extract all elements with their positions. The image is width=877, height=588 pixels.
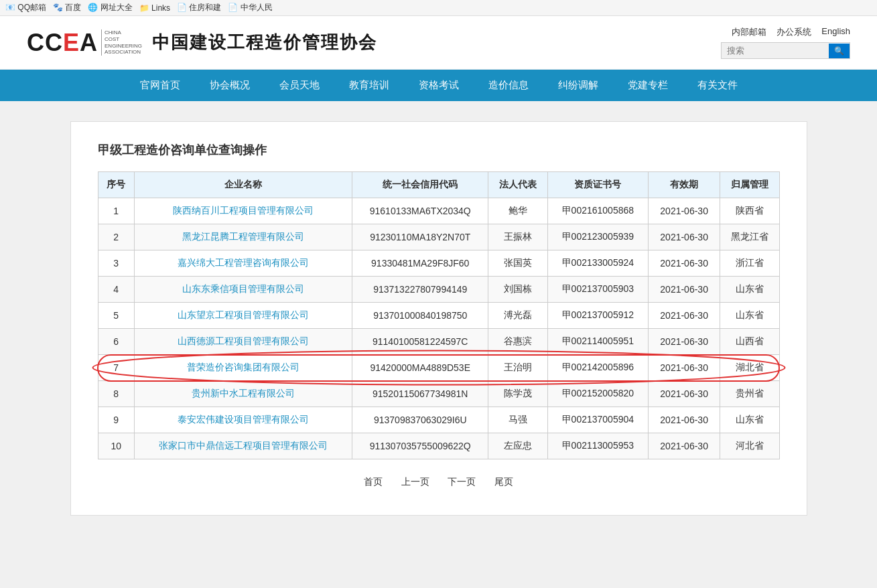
data-cell: 山东省 [720, 277, 779, 303]
data-cell: 鲍华 [488, 198, 547, 224]
company-cell[interactable]: 泰安宏伟建设项目管理有限公司 [134, 407, 352, 433]
company-link[interactable]: 泰安宏伟建设项目管理有限公司 [178, 414, 309, 425]
table-row: 4山东东乘信项目管理有限公司913713227807994149刘国栋甲0021… [98, 277, 779, 303]
data-cell: 山东省 [720, 407, 779, 433]
data-cell: 贵州省 [720, 381, 779, 407]
company-link[interactable]: 张家口市中鼎信远工程项目管理有限公司 [159, 440, 328, 451]
pagination-last[interactable]: 尾页 [494, 476, 513, 487]
nav-item-home[interactable]: 官网首页 [125, 70, 195, 101]
company-cell[interactable]: 普荣造价咨询集团有限公司 [134, 355, 352, 381]
col-credit: 统一社会信用代码 [352, 172, 488, 198]
content-area: 甲级工程造价咨询单位查询操作 序号 企业名称 统一社会信用代码 法人代表 资质证… [70, 121, 807, 516]
table-row: 8贵州新中水工程有限公司91520115067734981N陈学茂甲002152… [98, 381, 779, 407]
bookmark-wangzhi[interactable]: 🌐 网址大全 [88, 2, 132, 13]
data-cell: 913701000840198750 [352, 303, 488, 329]
data-cell: 7 [98, 355, 134, 381]
search-input[interactable] [722, 43, 829, 58]
nav-item-price[interactable]: 造价信息 [474, 70, 543, 101]
company-cell[interactable]: 张家口市中鼎信远工程项目管理有限公司 [134, 433, 352, 459]
data-cell: 9 [98, 407, 134, 433]
site-header: CCEA CHINA COST ENGINEERING ASSOCIATION … [0, 16, 877, 70]
company-cell[interactable]: 嘉兴绵大工程管理咨询有限公司 [134, 250, 352, 277]
data-cell: 2021-06-30 [649, 433, 720, 459]
company-link[interactable]: 黑龙江昆腾工程管理有限公司 [182, 231, 304, 242]
table-row: 5山东望京工程项目管理有限公司913701000840198750溥光磊甲002… [98, 303, 779, 329]
data-cell: 2 [98, 224, 134, 250]
data-cell: 91520115067734981N [352, 381, 488, 407]
company-link[interactable]: 山东东乘信项目管理有限公司 [182, 283, 304, 294]
bookmark-baidu[interactable]: 🐾 百度 [53, 2, 81, 13]
company-cell[interactable]: 山东东乘信项目管理有限公司 [134, 277, 352, 303]
data-cell: 甲002161005868 [547, 198, 648, 224]
data-cell: 甲002113005953 [547, 433, 648, 459]
search-bar: 🔍 [721, 42, 850, 59]
bookmark-zhufang[interactable]: 📄 住房和建 [177, 2, 221, 13]
table-head: 序号 企业名称 统一社会信用代码 法人代表 资质证书号 有效期 归属管理 [98, 172, 779, 198]
data-cell: 913709837063029I6U [352, 407, 488, 433]
bookmarks-bar: 📧 QQ邮箱 🐾 百度 🌐 网址大全 📁 Links 📄 住房和建 📄 中华人民 [0, 0, 877, 16]
data-cell: 甲002137005912 [547, 303, 648, 329]
site-title: 中国建设工程造价管理协会 [152, 31, 377, 54]
data-cell: 2021-06-30 [649, 224, 720, 250]
data-cell: 山东省 [720, 303, 779, 329]
pagination-prev[interactable]: 上一页 [401, 476, 429, 487]
company-link[interactable]: 嘉兴绵大工程管理咨询有限公司 [178, 257, 309, 268]
data-cell: 3 [98, 250, 134, 277]
nav-item-exam[interactable]: 资格考试 [404, 70, 474, 101]
data-cell: 1 [98, 198, 134, 224]
company-link[interactable]: 陕西纳百川工程项目管理有限公司 [173, 205, 314, 216]
company-link[interactable]: 贵州新中水工程有限公司 [192, 388, 295, 398]
pagination-next[interactable]: 下一页 [448, 476, 476, 487]
data-cell: 陈学茂 [488, 381, 547, 407]
data-cell: 2021-06-30 [649, 329, 720, 355]
data-cell: 91420000MA4889D53E [352, 355, 488, 381]
nav-item-party[interactable]: 党建专栏 [613, 70, 683, 101]
data-cell: 913713227807994149 [352, 277, 488, 303]
table-row: 6山西德源工程项目管理有限公司91140100581224597C谷惠滨甲002… [98, 329, 779, 355]
logo-text: CCEA [27, 29, 98, 57]
nav-item-education[interactable]: 教育培训 [334, 70, 404, 101]
office-system-link[interactable]: 办公系统 [777, 26, 811, 38]
company-link[interactable]: 山东望京工程项目管理有限公司 [178, 309, 309, 320]
bookmark-qq[interactable]: 📧 QQ邮箱 [5, 2, 46, 13]
company-link[interactable]: 普荣造价咨询集团有限公司 [187, 362, 299, 372]
bookmark-zhonghua[interactable]: 📄 中华人民 [228, 2, 272, 13]
data-cell: 浙江省 [720, 250, 779, 277]
company-cell[interactable]: 山西德源工程项目管理有限公司 [134, 329, 352, 355]
internal-mail-link[interactable]: 内部邮箱 [732, 26, 766, 38]
data-cell: 91140100581224597C [352, 329, 488, 355]
header-links: 内部邮箱 办公系统 English [732, 26, 850, 38]
data-cell: 2021-06-30 [649, 277, 720, 303]
logo-area: CCEA CHINA COST ENGINEERING ASSOCIATION … [27, 29, 377, 57]
company-cell[interactable]: 黑龙江昆腾工程管理有限公司 [134, 224, 352, 250]
col-company: 企业名称 [134, 172, 352, 198]
data-cell: 王振林 [488, 224, 547, 250]
data-cell: 谷惠滨 [488, 329, 547, 355]
bookmark-links[interactable]: 📁 Links [139, 3, 170, 13]
col-region: 归属管理 [720, 172, 779, 198]
search-button[interactable]: 🔍 [829, 44, 850, 58]
data-cell: 溥光磊 [488, 303, 547, 329]
data-cell: 左应忠 [488, 433, 547, 459]
nav-item-dispute[interactable]: 纠纷调解 [543, 70, 613, 101]
company-cell[interactable]: 山东望京工程项目管理有限公司 [134, 303, 352, 329]
data-cell: 湖北省 [720, 355, 779, 381]
english-link[interactable]: English [821, 26, 850, 38]
data-cell: 2021-06-30 [649, 303, 720, 329]
pagination-first[interactable]: 首页 [364, 476, 383, 487]
data-cell: 马强 [488, 407, 547, 433]
company-cell[interactable]: 陕西纳百川工程项目管理有限公司 [134, 198, 352, 224]
company-cell[interactable]: 贵州新中水工程有限公司 [134, 381, 352, 407]
data-cell: 10 [98, 433, 134, 459]
header-right: 内部邮箱 办公系统 English 🔍 [721, 26, 850, 59]
data-cell: 黑龙江省 [720, 224, 779, 250]
nav-item-about[interactable]: 协会概况 [195, 70, 265, 101]
logo-ccea: CCEA CHINA COST ENGINEERING ASSOCIATION [27, 29, 142, 57]
data-cell: 甲002114005951 [547, 329, 648, 355]
nav-item-files[interactable]: 有关文件 [683, 70, 752, 101]
data-cell: 甲002142005896 [547, 355, 648, 381]
data-cell: 2021-06-30 [649, 407, 720, 433]
nav-item-members[interactable]: 会员天地 [265, 70, 334, 101]
data-cell: 5 [98, 303, 134, 329]
company-link[interactable]: 山西德源工程项目管理有限公司 [178, 336, 309, 346]
